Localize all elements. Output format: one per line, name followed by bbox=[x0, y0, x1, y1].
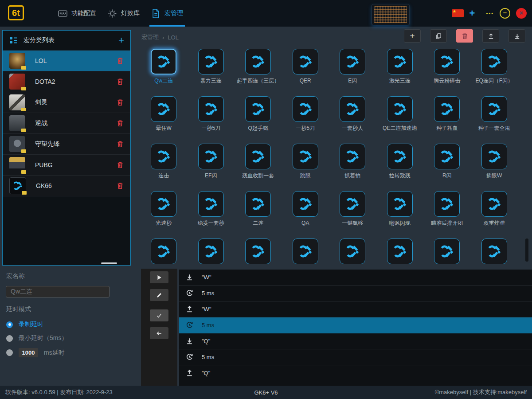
macro-item[interactable]: E闪 bbox=[329, 49, 376, 96]
confirm-button[interactable] bbox=[150, 309, 168, 321]
radio-icon[interactable] bbox=[6, 335, 13, 342]
copy-macro-button[interactable] bbox=[430, 29, 447, 43]
back-button[interactable] bbox=[150, 327, 168, 339]
macro-label: EQ连闪（F闪） bbox=[471, 78, 517, 84]
macro-logo-icon bbox=[392, 244, 407, 259]
macro-action-strip bbox=[141, 269, 177, 386]
macro-item[interactable] bbox=[423, 239, 471, 264]
macro-item[interactable]: Q起手戳 bbox=[235, 96, 282, 144]
macro-item[interactable]: 稳妥一套秒 bbox=[188, 191, 235, 239]
delete-category-icon[interactable] bbox=[117, 78, 124, 85]
delete-category-icon[interactable] bbox=[117, 57, 124, 64]
macro-item[interactable]: QA bbox=[282, 191, 329, 239]
menu-dots-button[interactable]: ••• bbox=[486, 11, 494, 16]
macro-tile bbox=[151, 49, 176, 74]
macro-item[interactable] bbox=[140, 239, 188, 264]
macro-item[interactable]: 插眼W bbox=[471, 144, 518, 191]
macro-event-row[interactable]: "Q" bbox=[179, 365, 532, 381]
macro-event-row[interactable]: 5 ms bbox=[179, 349, 532, 365]
download-macro-button[interactable] bbox=[509, 29, 525, 43]
category-item[interactable]: 剑灵 bbox=[3, 92, 130, 113]
macro-event-row[interactable]: 5 ms bbox=[179, 286, 532, 301]
macro-item[interactable] bbox=[376, 239, 424, 264]
macro-item[interactable]: 一键飘移 bbox=[329, 191, 376, 239]
macro-item[interactable]: 种子一套全甩 bbox=[471, 96, 518, 144]
macro-item[interactable]: EQ连闪（F闪） bbox=[471, 49, 518, 96]
macro-item[interactable]: 种子耗血 bbox=[423, 96, 471, 144]
macro-item[interactable]: 激光三连 bbox=[376, 49, 424, 96]
macro-item[interactable]: QER bbox=[282, 49, 329, 96]
ms-value-input[interactable]: 1000 bbox=[19, 348, 38, 357]
macro-item[interactable]: EF闪 bbox=[188, 144, 235, 191]
macro-item[interactable] bbox=[329, 239, 376, 264]
macro-item[interactable]: 起手四连（三层） bbox=[235, 49, 282, 96]
delay-mode-option[interactable]: 录制延时 bbox=[6, 321, 133, 329]
add-macro-button[interactable]: + bbox=[404, 29, 421, 43]
nav-tab[interactable]: 功能配置 bbox=[52, 0, 102, 27]
macro-item[interactable]: 瞄准后排开团 bbox=[423, 191, 471, 239]
macro-item[interactable]: R闪 bbox=[423, 144, 471, 191]
macro-item[interactable]: 二连 bbox=[235, 191, 282, 239]
delete-macro-button[interactable] bbox=[456, 29, 473, 43]
delete-category-icon[interactable] bbox=[117, 182, 124, 189]
macro-item[interactable]: 光速秒 bbox=[140, 191, 188, 239]
delay-clock-icon bbox=[186, 353, 193, 361]
sidebar-scroll-hint[interactable] bbox=[101, 262, 117, 264]
macro-item[interactable]: 暴力三连 bbox=[188, 49, 235, 96]
macro-item[interactable]: 拉转致残 bbox=[376, 144, 424, 191]
macro-item[interactable]: 腾云粉碎击 bbox=[423, 49, 471, 96]
macro-item[interactable] bbox=[471, 239, 518, 264]
delete-category-icon[interactable] bbox=[117, 99, 124, 106]
play-macro-button[interactable] bbox=[150, 271, 168, 283]
macro-item[interactable] bbox=[282, 239, 329, 264]
macro-item[interactable]: 跳眼 bbox=[282, 144, 329, 191]
macro-item[interactable]: 一秒5刀 bbox=[188, 96, 235, 144]
add-device-button[interactable]: + bbox=[469, 8, 475, 19]
macro-event-row[interactable]: "W" bbox=[179, 270, 532, 286]
nav-tab-icon bbox=[151, 9, 160, 18]
language-flag-icon[interactable]: ★ bbox=[452, 9, 464, 17]
macro-item[interactable]: 一套秒人 bbox=[329, 96, 376, 144]
add-category-button[interactable]: + bbox=[118, 35, 124, 46]
breadcrumb-root[interactable]: 宏管理 bbox=[141, 33, 159, 41]
delete-category-icon[interactable] bbox=[117, 120, 124, 127]
macro-item[interactable]: 一秒5刀 bbox=[282, 96, 329, 144]
radio-icon[interactable] bbox=[6, 349, 13, 356]
macro-item[interactable]: QE二连加速炮 bbox=[376, 96, 424, 144]
macro-item[interactable]: 连击 bbox=[140, 144, 188, 191]
macro-item[interactable]: 残血收割一套 bbox=[235, 144, 282, 191]
close-button[interactable]: ✕ bbox=[516, 8, 527, 19]
upload-macro-button[interactable] bbox=[482, 29, 499, 43]
macro-label: 插眼W bbox=[471, 172, 517, 179]
delete-category-icon[interactable] bbox=[117, 161, 124, 168]
macro-item[interactable] bbox=[235, 239, 282, 264]
delay-mode-option[interactable]: 最小延时（5ms） bbox=[6, 334, 133, 342]
grid-scrollbar-thumb[interactable] bbox=[525, 239, 528, 262]
macro-item[interactable]: 嘲讽闪现 bbox=[376, 191, 424, 239]
macro-item[interactable] bbox=[188, 239, 235, 264]
keyboard-preview-image[interactable] bbox=[372, 4, 410, 25]
category-item[interactable]: GK66 bbox=[3, 176, 130, 196]
minimize-button[interactable]: − bbox=[500, 8, 510, 19]
macro-item[interactable]: Qw二连 bbox=[140, 49, 188, 96]
nav-tab[interactable]: 灯效库 bbox=[102, 0, 145, 27]
category-item[interactable]: 逆战 bbox=[3, 113, 130, 134]
macro-event-row[interactable]: 5 ms bbox=[179, 317, 532, 333]
macro-logo-icon bbox=[203, 149, 219, 164]
delay-mode-option[interactable]: 1000 ms延时 bbox=[6, 348, 133, 357]
category-item[interactable]: DOTA2 bbox=[3, 71, 130, 92]
delete-category-icon[interactable] bbox=[117, 141, 124, 148]
category-item[interactable]: LOL bbox=[3, 51, 130, 71]
macro-item[interactable]: 晕住W bbox=[140, 96, 188, 144]
nav-tab[interactable]: 宏管理 bbox=[145, 0, 189, 27]
radio-icon[interactable] bbox=[6, 321, 13, 328]
edit-macro-button[interactable] bbox=[150, 289, 168, 301]
macro-logo-icon bbox=[345, 149, 360, 164]
category-item[interactable]: 守望先锋 bbox=[3, 134, 130, 155]
category-item[interactable]: PUBG bbox=[3, 155, 130, 176]
macro-item[interactable]: 双重炸弹 bbox=[471, 191, 518, 239]
macro-event-row[interactable]: "W" bbox=[179, 301, 532, 317]
macro-item[interactable]: 抓着拍 bbox=[329, 144, 376, 191]
macro-name-input[interactable] bbox=[6, 286, 110, 297]
macro-event-row[interactable]: "Q" bbox=[179, 333, 532, 349]
